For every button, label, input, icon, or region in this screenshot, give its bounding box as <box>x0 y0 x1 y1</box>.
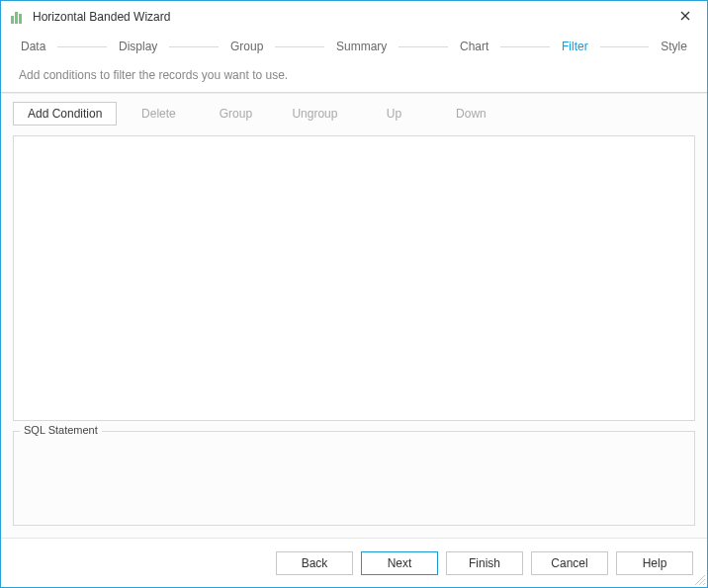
step-separator <box>500 46 550 47</box>
close-icon[interactable] <box>673 9 697 24</box>
delete-button[interactable]: Delete <box>123 102 194 126</box>
step-separator <box>275 46 324 47</box>
help-button[interactable]: Help <box>616 551 693 575</box>
step-chart[interactable]: Chart <box>456 40 492 53</box>
wizard-window: Horizontal Banded Wizard Data Display Gr… <box>0 0 708 588</box>
cancel-button[interactable]: Cancel <box>531 551 608 575</box>
step-style[interactable]: Style <box>657 40 691 53</box>
step-separator <box>398 46 448 47</box>
step-description: Add conditions to filter the records you… <box>1 60 707 93</box>
down-button[interactable]: Down <box>435 102 506 126</box>
group-button[interactable]: Group <box>200 102 271 126</box>
sql-statement-label: SQL Statement <box>20 424 102 436</box>
titlebar: Horizontal Banded Wizard <box>1 1 707 33</box>
up-button[interactable]: Up <box>358 102 429 126</box>
step-separator <box>169 46 219 47</box>
conditions-toolbar: Add Condition Delete Group Ungroup Up Do… <box>13 102 695 126</box>
finish-button[interactable]: Finish <box>446 551 523 575</box>
add-condition-button[interactable]: Add Condition <box>13 102 117 126</box>
app-icon <box>11 10 25 24</box>
step-group[interactable]: Group <box>226 40 267 53</box>
wizard-footer: Back Next Finish Cancel Help <box>1 538 707 587</box>
step-display[interactable]: Display <box>115 40 161 53</box>
content-area: Add Condition Delete Group Ungroup Up Do… <box>1 93 707 538</box>
step-data[interactable]: Data <box>17 40 49 53</box>
step-summary[interactable]: Summary <box>332 40 391 53</box>
sql-statement-group: SQL Statement <box>13 431 695 526</box>
window-title: Horizontal Banded Wizard <box>33 10 673 24</box>
back-button[interactable]: Back <box>276 551 353 575</box>
step-filter[interactable]: Filter <box>558 40 592 53</box>
wizard-steps: Data Display Group Summary Chart Filter … <box>1 33 707 60</box>
conditions-list[interactable] <box>13 135 695 421</box>
next-button[interactable]: Next <box>361 551 438 575</box>
ungroup-button[interactable]: Ungroup <box>277 102 352 126</box>
step-separator <box>57 46 107 47</box>
step-separator <box>600 46 650 47</box>
